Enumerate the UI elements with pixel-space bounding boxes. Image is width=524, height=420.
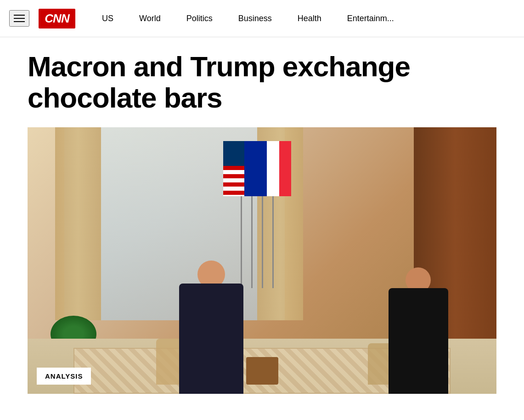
hamburger-line-3 [14,21,25,22]
flag-pole-4 [272,141,274,288]
nav-item-business[interactable]: Business [225,0,285,37]
nav-item-health[interactable]: Health [285,0,334,37]
article-image-container: ANALYSIS [28,127,496,394]
flag-france-2 [255,141,292,196]
flag-fr-blue-2 [255,141,267,196]
flag-fr-white-2 [267,141,279,196]
cnn-logo[interactable]: CNN [39,9,75,28]
nav-item-entertainment[interactable]: Entertainm... [334,0,407,37]
nav-item-politics[interactable]: Politics [174,0,225,37]
flag-fr-red-2 [279,141,291,196]
nav-item-world[interactable]: World [126,0,174,37]
main-content: Macron and Trump exchange chocolate bars [0,37,524,408]
site-header: CNN US World Politics Business Health En… [0,0,524,37]
hamburger-line-2 [14,18,25,19]
person-macron [377,274,460,394]
photo-scene [28,127,496,394]
main-nav: US World Politics Business Health Entert… [89,0,407,37]
nav-item-us[interactable]: US [89,0,126,37]
person-macron-body [389,288,448,394]
hamburger-menu-button[interactable] [9,10,29,27]
person-trump [165,265,257,394]
article-headline: Macron and Trump exchange chocolate bars [28,51,496,114]
analysis-badge: ANALYSIS [37,368,91,385]
curtain-left [55,127,101,320]
hamburger-line-1 [14,15,25,16]
article-image [28,127,496,394]
person-trump-body [179,284,243,394]
